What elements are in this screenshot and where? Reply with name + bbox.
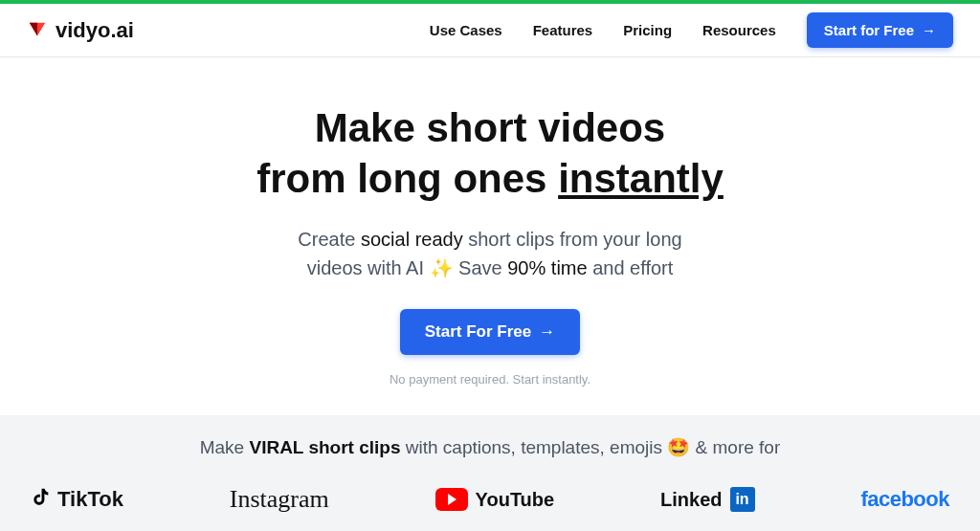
brands-tagline: Make VIRAL short clips with captions, te… (27, 436, 953, 458)
brands-section: Make VIRAL short clips with captions, te… (0, 415, 980, 531)
tiktok-icon (31, 485, 52, 514)
tagline-strong: VIRAL short clips (249, 437, 400, 457)
sub-mid: short clips from your long (463, 229, 682, 250)
sub-line2-prefix: videos with AI (307, 257, 430, 278)
tagline-prefix: Make (200, 437, 250, 457)
brand-facebook-label: facebook (860, 487, 949, 512)
hero-fineprint: No payment required. Start instantly. (19, 372, 961, 387)
sub-strong2: 90% time (507, 257, 587, 278)
tagline-mid: with captions, templates, emojis (400, 437, 667, 457)
hero-section: Make short videos from long ones instant… (0, 57, 980, 415)
nav-link-use-cases[interactable]: Use Cases (430, 22, 502, 38)
nav-cta-button[interactable]: Start for Free → (807, 12, 953, 48)
hero-cta-wrap: Start For Free → (19, 309, 961, 355)
brand-linkedin-label: Linked (660, 489, 722, 511)
logo-icon (27, 20, 48, 41)
arrow-right-icon: → (539, 322, 555, 342)
nav-link-resources[interactable]: Resources (702, 22, 776, 38)
brands-row: TikTok Instagram YouTube Linkedin facebo… (27, 485, 953, 514)
brand-tiktok-label: TikTok (57, 487, 123, 512)
brand-youtube: YouTube (435, 488, 555, 511)
nav-link-features[interactable]: Features (533, 22, 593, 38)
hero-headline-underlined: instantly (558, 156, 724, 201)
brand-youtube-label: YouTube (476, 489, 555, 511)
brand-name: vidyo.ai (56, 18, 134, 43)
brand-facebook: facebook (860, 487, 949, 512)
sub-strong1: social ready (361, 229, 463, 250)
arrow-right-icon: → (922, 22, 936, 38)
hero-cta-label: Start For Free (425, 322, 531, 342)
hero-headline: Make short videos from long ones instant… (19, 103, 961, 204)
hero-cta-button[interactable]: Start For Free → (400, 309, 580, 355)
nav-link-pricing[interactable]: Pricing (623, 22, 672, 38)
brand-instagram-label: Instagram (230, 485, 329, 514)
brand-logo[interactable]: vidyo.ai (27, 18, 134, 43)
hero-headline-line2-prefix: from long ones (256, 156, 558, 201)
brand-tiktok: TikTok (31, 485, 123, 514)
sparkle-icon: ✨ (430, 254, 454, 282)
main-nav: vidyo.ai Use Cases Features Pricing Reso… (0, 4, 980, 57)
nav-links: Use Cases Features Pricing Resources (430, 22, 776, 38)
brand-linkedin: Linkedin (660, 487, 754, 512)
sub-line2-suffix: and effort (588, 257, 674, 278)
tagline-suffix: & more for (690, 437, 780, 457)
hero-subhead: Create social ready short clips from you… (19, 225, 961, 282)
linkedin-box-icon: in (730, 487, 755, 512)
sub-line2-mid: Save (454, 257, 508, 278)
sub-prefix: Create (298, 229, 361, 250)
emoji-star-struck-icon: 🤩 (667, 437, 690, 457)
youtube-play-icon (435, 488, 468, 511)
nav-cta-label: Start for Free (824, 22, 914, 38)
brand-instagram: Instagram (230, 485, 329, 514)
hero-headline-line1: Make short videos (315, 105, 665, 150)
